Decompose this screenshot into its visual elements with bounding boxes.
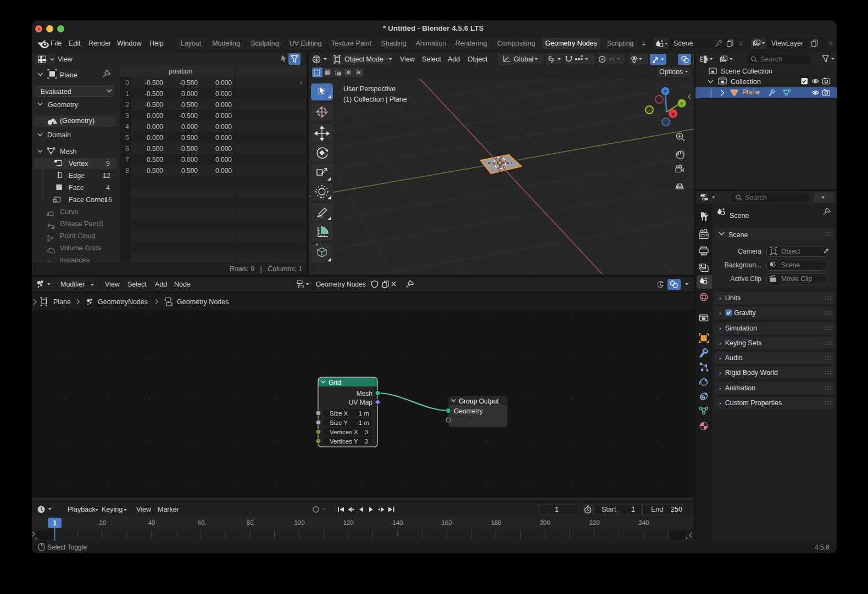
svg-text:0.000: 0.000: [147, 112, 163, 120]
svg-text:160: 160: [441, 519, 452, 526]
svg-text:User Perspective: User Perspective: [343, 85, 396, 93]
svg-text:Z: Z: [664, 88, 667, 94]
svg-text:7: 7: [125, 156, 129, 164]
svg-text:0.000: 0.000: [181, 123, 198, 131]
svg-text:Movie Clip: Movie Clip: [781, 275, 812, 283]
svg-text:3: 3: [365, 429, 368, 435]
svg-text:-0.500: -0.500: [144, 79, 163, 87]
svg-text:3: 3: [365, 438, 368, 445]
svg-text:220: 220: [589, 519, 599, 526]
svg-text:0.000: 0.000: [181, 90, 198, 98]
svg-text:-0.500: -0.500: [144, 90, 163, 98]
svg-text:1: 1: [125, 90, 129, 98]
svg-text:240: 240: [638, 519, 649, 526]
svg-text:0.000: 0.000: [215, 90, 232, 98]
svg-text:-0.500: -0.500: [179, 112, 198, 120]
svg-text:0: 0: [125, 79, 129, 87]
svg-text:0.000: 0.000: [215, 123, 232, 131]
svg-text:0.500: 0.500: [147, 145, 163, 153]
svg-text:X: X: [671, 111, 675, 117]
svg-text:0.500: 0.500: [147, 156, 163, 164]
svg-text:Vertices X: Vertices X: [330, 429, 358, 435]
svg-text:Object: Object: [781, 248, 800, 255]
svg-text:0.500: 0.500: [147, 167, 163, 175]
svg-text:1 m: 1 m: [359, 419, 369, 426]
svg-text:200: 200: [539, 519, 550, 526]
svg-text:Vertices Y: Vertices Y: [330, 438, 358, 445]
svg-text:Size Y: Size Y: [330, 419, 348, 426]
svg-text:Scene: Scene: [781, 261, 800, 269]
svg-text:0.000: 0.000: [181, 156, 198, 164]
svg-text:120: 120: [343, 519, 353, 526]
svg-text:3: 3: [125, 112, 129, 120]
svg-text:Mesh: Mesh: [357, 390, 372, 397]
svg-text:80: 80: [247, 519, 254, 526]
svg-text:0.000: 0.000: [215, 79, 232, 87]
svg-text:0.000: 0.000: [215, 112, 232, 120]
svg-text:-0.500: -0.500: [144, 101, 163, 109]
svg-text:20: 20: [99, 519, 107, 526]
svg-text:0.000: 0.000: [215, 134, 232, 142]
svg-text:0.500: 0.500: [181, 134, 198, 142]
svg-text:4: 4: [125, 123, 129, 131]
svg-text:100: 100: [294, 519, 304, 526]
svg-text:0.500: 0.500: [181, 167, 198, 175]
svg-text:0.000: 0.000: [215, 145, 232, 153]
svg-text:Size X: Size X: [330, 410, 348, 417]
svg-text:2: 2: [125, 101, 129, 109]
svg-text:0.000: 0.000: [215, 156, 232, 164]
svg-text:-0.500: -0.500: [179, 145, 198, 153]
svg-text:1: 1: [53, 519, 57, 527]
svg-text:140: 140: [392, 519, 403, 526]
svg-text:6: 6: [125, 145, 129, 153]
svg-text:UV Map: UV Map: [349, 399, 373, 406]
svg-text:60: 60: [198, 519, 205, 526]
svg-text:0.000: 0.000: [147, 134, 163, 142]
svg-text:Group Output: Group Output: [459, 397, 499, 405]
svg-text:8: 8: [125, 167, 129, 175]
svg-text:40: 40: [148, 519, 155, 526]
svg-text:Grid: Grid: [329, 379, 341, 386]
svg-text:180: 180: [491, 519, 501, 526]
svg-text:0.500: 0.500: [181, 101, 198, 109]
svg-text:(1) Collection | Plane: (1) Collection | Plane: [343, 96, 407, 103]
svg-text:0.000: 0.000: [215, 101, 232, 109]
svg-text:Y: Y: [680, 100, 684, 107]
svg-text:0.000: 0.000: [215, 167, 232, 175]
svg-text:0.000: 0.000: [147, 123, 163, 131]
svg-text:Geometry: Geometry: [454, 407, 483, 415]
svg-text:-0.500: -0.500: [179, 79, 198, 87]
svg-text:5: 5: [125, 134, 129, 142]
svg-text:1 m: 1 m: [359, 410, 369, 417]
